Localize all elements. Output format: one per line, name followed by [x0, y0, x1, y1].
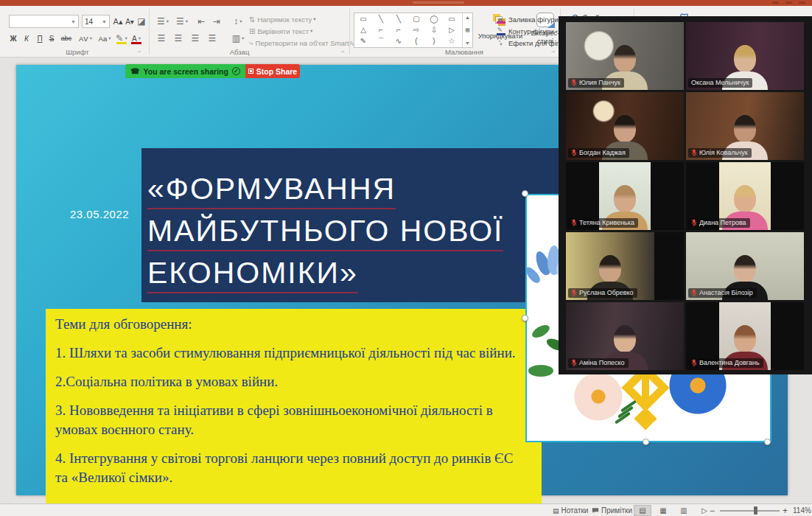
rounded-rect-shape-icon[interactable]: ▭: [443, 15, 461, 23]
scroll-down-icon[interactable]: ▼: [465, 41, 470, 46]
shapes-gallery[interactable]: ▭╲╲▢◯▭ △⌐⌐⇨⇩▷ ✎⌒∿()☆ ▲▦▼: [354, 13, 473, 48]
numbering-button[interactable]: ☰▾: [174, 15, 190, 28]
zoom-in-button[interactable]: +: [783, 505, 788, 516]
decrease-indent-button[interactable]: ⇤: [195, 15, 208, 28]
strikethrough-button[interactable]: S: [46, 32, 57, 45]
convert-smartart-button[interactable]: ⤷Перетворити на об'єкт SmartArt▾: [249, 38, 349, 48]
participant-tile[interactable]: Аміна Попеско: [566, 302, 684, 370]
participant-name-label: Диана Петрова: [688, 218, 750, 228]
change-case-button[interactable]: Аа▾: [96, 32, 113, 45]
left-brace-shape-icon[interactable]: (: [407, 37, 425, 45]
participant-tile[interactable]: Руслана Обревко: [566, 232, 684, 300]
selection-handle[interactable]: [764, 439, 771, 445]
text-shadow-button[interactable]: abc: [57, 32, 75, 45]
curve-shape-icon[interactable]: ∿: [390, 37, 407, 45]
right-arrow-shape-icon[interactable]: ⇨: [407, 26, 425, 34]
justify-button[interactable]: ☰: [206, 32, 219, 45]
zoom-out-button[interactable]: −: [710, 505, 715, 516]
text-direction-button[interactable]: ⇅Напрямок тексту▾: [249, 14, 349, 24]
zoom-slider-track[interactable]: [720, 510, 780, 512]
font-dialog-launcher-icon[interactable]: ⌐: [137, 49, 141, 55]
status-bar: ▤Нотатки Примітки ▤ ▦ ▥ ▷ − + 114%: [0, 503, 812, 516]
participant-tile[interactable]: Юлия Панчук: [566, 22, 684, 90]
drawing-dialog-launcher-icon[interactable]: ⌐: [551, 49, 555, 55]
right-brace-shape-icon[interactable]: ): [425, 37, 443, 45]
rectangle-shape-icon[interactable]: ▢: [407, 15, 425, 23]
line-spacing-button[interactable]: ↕▾: [230, 15, 246, 28]
slide-sorter-view-button[interactable]: ▦: [654, 505, 672, 516]
selection-handle[interactable]: [522, 190, 528, 197]
paragraph-group-label: Абзац: [206, 48, 273, 56]
shrink-font-button[interactable]: А▾: [124, 15, 136, 28]
oval-shape-icon[interactable]: ◯: [425, 15, 443, 23]
normal-view-button[interactable]: ▤: [634, 505, 651, 516]
underline-button[interactable]: П: [34, 32, 46, 45]
smartart-icon: ⤷: [249, 38, 253, 47]
paragraph-dialog-launcher-icon[interactable]: ⌐: [340, 49, 344, 55]
comments-button[interactable]: Примітки: [592, 505, 632, 516]
clear-formatting-button[interactable]: ◪: [136, 15, 147, 28]
text-highlight-button[interactable]: ✎▾: [115, 32, 128, 45]
participant-tile[interactable]: Тетяна Кривенька: [566, 162, 684, 230]
stop-share-button[interactable]: Stop Share: [245, 64, 300, 78]
grow-font-button[interactable]: А▴: [112, 15, 124, 28]
topic-item: 3. Нововведення та ініціативи в сфері зо…: [55, 401, 527, 439]
align-right-button[interactable]: ☰: [189, 32, 202, 45]
participant-tile[interactable]: Богдан Каджая: [566, 92, 684, 160]
trident-art: [634, 407, 657, 430]
select-shape-icon[interactable]: ▭: [354, 15, 372, 23]
selection-handle[interactable]: [643, 439, 649, 445]
notes-button[interactable]: ▤Нотатки: [553, 505, 588, 516]
gallery-more-icon[interactable]: ▦: [465, 27, 470, 33]
participant-tile[interactable]: Диана Петрова: [686, 162, 804, 230]
participant-tile[interactable]: Юлія Ковальчук: [686, 92, 804, 160]
columns-button[interactable]: ▥▾: [230, 32, 246, 45]
align-center-button[interactable]: ☰: [172, 32, 185, 45]
bold-button[interactable]: Ж: [7, 32, 19, 45]
zoom-slider-thumb[interactable]: [754, 506, 757, 515]
increase-indent-button[interactable]: ⇥: [210, 15, 223, 28]
title-line: «ФОРМУВАННЯ: [147, 172, 396, 209]
comments-icon: [592, 507, 599, 514]
bullets-button[interactable]: ☰▾: [155, 15, 171, 28]
font-color-button[interactable]: А▾: [130, 32, 143, 45]
freeform-shape-icon[interactable]: ✎: [354, 37, 372, 45]
quick-access-toolbar: [413, 1, 464, 4]
elbow-shape-icon[interactable]: ⌐: [372, 26, 390, 34]
restore-icon[interactable]: [785, 1, 792, 4]
shape-fill-icon: ◛: [497, 15, 506, 24]
arc-shape-icon[interactable]: ⌒: [372, 36, 390, 46]
font-size-combobox[interactable]: 14▼: [82, 15, 110, 28]
participant-tile-active-speaker[interactable]: Оксана Мельничук: [686, 22, 804, 90]
zoom-video-grid: Юлия Панчук Оксана Мельничук Богдан Кадж…: [559, 16, 812, 374]
topics-textbox[interactable]: Теми для обговорення: 1. Шляхи та засоби…: [46, 309, 542, 516]
participant-name-label: Тетяна Кривенька: [568, 218, 638, 228]
elbow2-shape-icon[interactable]: ⌐: [390, 26, 407, 34]
reading-view-button[interactable]: ▥: [675, 505, 693, 516]
selection-handle[interactable]: [522, 315, 528, 321]
arrow-shape-icon[interactable]: ╲: [390, 15, 407, 23]
italic-button[interactable]: К: [21, 32, 32, 45]
participant-tile[interactable]: Анастасія Білозір: [686, 232, 804, 300]
scroll-up-icon[interactable]: ▲: [465, 15, 470, 20]
close-icon[interactable]: [799, 1, 805, 4]
align-text-button[interactable]: ⊞Вирівняти текст▾: [249, 26, 349, 36]
triangle-shape-icon[interactable]: △: [354, 26, 372, 34]
text-direction-icon: ⇅: [249, 15, 255, 24]
title-line: ЕКОНОМІКИ»: [147, 256, 358, 293]
star-shape-icon[interactable]: ☆: [443, 37, 461, 45]
topics-heading: Теми для обговорення:: [55, 315, 527, 334]
screen-share-status[interactable]: ☎ You are screen sharing ✓: [125, 64, 245, 78]
shapes-gallery-scrollbar[interactable]: ▲▦▼: [462, 13, 472, 47]
slide-date[interactable]: 23.05.2022: [70, 208, 129, 220]
character-spacing-button[interactable]: АV▾: [77, 32, 94, 45]
pentagon-shape-icon[interactable]: ▷: [443, 26, 461, 34]
align-left-button[interactable]: ☰: [155, 32, 168, 45]
line-shape-icon[interactable]: ╲: [372, 15, 390, 23]
down-arrow-shape-icon[interactable]: ⇩: [425, 26, 443, 34]
participant-tile[interactable]: Валентина Довгань: [686, 302, 804, 370]
zoom-level[interactable]: 114%: [793, 505, 811, 516]
screen-share-message: You are screen sharing: [144, 67, 228, 76]
minimize-icon[interactable]: [772, 1, 779, 4]
font-name-combobox[interactable]: ▼: [9, 15, 79, 28]
